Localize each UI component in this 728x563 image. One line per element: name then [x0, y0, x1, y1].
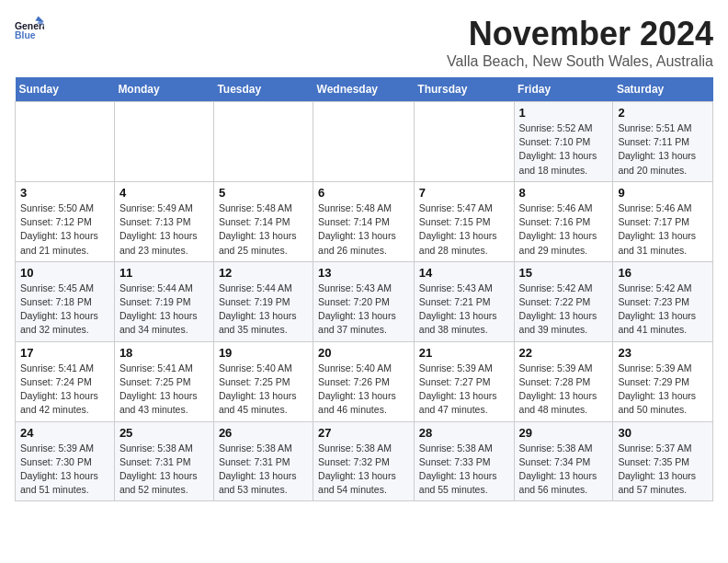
weekday-header-cell: Sunday	[16, 77, 115, 102]
day-number: 24	[20, 426, 109, 440]
calendar-cell: 6Sunrise: 5:48 AM Sunset: 7:14 PM Daylig…	[313, 181, 415, 261]
calendar-cell: 23Sunrise: 5:39 AM Sunset: 7:29 PM Dayli…	[613, 341, 713, 421]
day-info: Sunrise: 5:43 AM Sunset: 7:21 PM Dayligh…	[419, 282, 509, 338]
day-info: Sunrise: 5:38 AM Sunset: 7:31 PM Dayligh…	[119, 442, 209, 498]
day-number: 13	[318, 266, 409, 280]
calendar-cell: 27Sunrise: 5:38 AM Sunset: 7:32 PM Dayli…	[313, 421, 415, 501]
day-number: 19	[219, 346, 308, 360]
calendar-cell: 24Sunrise: 5:39 AM Sunset: 7:30 PM Dayli…	[16, 421, 115, 501]
day-number: 7	[419, 186, 509, 200]
calendar-week-row: 24Sunrise: 5:39 AM Sunset: 7:30 PM Dayli…	[16, 421, 713, 501]
calendar-cell: 13Sunrise: 5:43 AM Sunset: 7:20 PM Dayli…	[313, 261, 415, 341]
calendar-cell: 11Sunrise: 5:44 AM Sunset: 7:19 PM Dayli…	[114, 261, 213, 341]
calendar-cell: 21Sunrise: 5:39 AM Sunset: 7:27 PM Dayli…	[414, 341, 514, 421]
calendar-cell: 7Sunrise: 5:47 AM Sunset: 7:15 PM Daylig…	[414, 181, 514, 261]
calendar-body: 1Sunrise: 5:52 AM Sunset: 7:10 PM Daylig…	[16, 102, 713, 501]
day-info: Sunrise: 5:38 AM Sunset: 7:33 PM Dayligh…	[419, 442, 509, 498]
calendar-cell: 14Sunrise: 5:43 AM Sunset: 7:21 PM Dayli…	[414, 261, 514, 341]
day-info: Sunrise: 5:40 AM Sunset: 7:26 PM Dayligh…	[318, 362, 409, 418]
day-info: Sunrise: 5:46 AM Sunset: 7:17 PM Dayligh…	[618, 201, 708, 258]
day-info: Sunrise: 5:48 AM Sunset: 7:14 PM Dayligh…	[219, 201, 308, 258]
weekday-header-cell: Saturday	[613, 77, 713, 102]
calendar-cell: 20Sunrise: 5:40 AM Sunset: 7:26 PM Dayli…	[313, 341, 415, 421]
day-number: 12	[219, 266, 308, 280]
calendar-cell: 2Sunrise: 5:51 AM Sunset: 7:11 PM Daylig…	[613, 102, 713, 182]
calendar-cell: 5Sunrise: 5:48 AM Sunset: 7:14 PM Daylig…	[213, 181, 313, 261]
weekday-header-cell: Tuesday	[213, 77, 313, 102]
day-number: 21	[419, 346, 509, 360]
day-number: 25	[119, 426, 209, 440]
logo-icon: General Blue	[15, 15, 44, 40]
calendar-cell: 12Sunrise: 5:44 AM Sunset: 7:19 PM Dayli…	[213, 261, 313, 341]
day-info: Sunrise: 5:43 AM Sunset: 7:20 PM Dayligh…	[318, 282, 409, 338]
calendar-week-row: 3Sunrise: 5:50 AM Sunset: 7:12 PM Daylig…	[16, 181, 713, 261]
weekday-header-cell: Thursday	[414, 77, 514, 102]
day-info: Sunrise: 5:50 AM Sunset: 7:12 PM Dayligh…	[20, 201, 109, 258]
day-info: Sunrise: 5:42 AM Sunset: 7:23 PM Dayligh…	[618, 282, 708, 338]
day-info: Sunrise: 5:39 AM Sunset: 7:29 PM Dayligh…	[618, 362, 708, 418]
day-info: Sunrise: 5:52 AM Sunset: 7:10 PM Dayligh…	[519, 121, 609, 178]
calendar-cell: 30Sunrise: 5:37 AM Sunset: 7:35 PM Dayli…	[613, 421, 713, 501]
day-number: 14	[419, 266, 509, 280]
calendar-cell: 16Sunrise: 5:42 AM Sunset: 7:23 PM Dayli…	[613, 261, 713, 341]
day-info: Sunrise: 5:49 AM Sunset: 7:13 PM Dayligh…	[119, 201, 209, 258]
day-number: 20	[318, 346, 409, 360]
day-number: 29	[519, 426, 609, 440]
calendar-cell	[414, 102, 514, 182]
calendar-cell: 29Sunrise: 5:38 AM Sunset: 7:34 PM Dayli…	[514, 421, 613, 501]
logo: General Blue	[15, 15, 44, 40]
weekday-header-cell: Monday	[114, 77, 213, 102]
calendar-week-row: 17Sunrise: 5:41 AM Sunset: 7:24 PM Dayli…	[16, 341, 713, 421]
calendar-cell: 8Sunrise: 5:46 AM Sunset: 7:16 PM Daylig…	[514, 181, 613, 261]
header: General Blue November 2024 Valla Beach, …	[15, 15, 713, 70]
svg-text:Blue: Blue	[15, 30, 36, 40]
day-number: 4	[119, 186, 209, 200]
calendar-cell: 17Sunrise: 5:41 AM Sunset: 7:24 PM Dayli…	[16, 341, 115, 421]
calendar-cell: 28Sunrise: 5:38 AM Sunset: 7:33 PM Dayli…	[414, 421, 514, 501]
calendar-cell: 25Sunrise: 5:38 AM Sunset: 7:31 PM Dayli…	[114, 421, 213, 501]
weekday-header-row: SundayMondayTuesdayWednesdayThursdayFrid…	[16, 77, 713, 102]
calendar-cell: 1Sunrise: 5:52 AM Sunset: 7:10 PM Daylig…	[514, 102, 613, 182]
day-info: Sunrise: 5:44 AM Sunset: 7:19 PM Dayligh…	[119, 282, 209, 338]
day-number: 30	[618, 426, 708, 440]
calendar-cell: 18Sunrise: 5:41 AM Sunset: 7:25 PM Dayli…	[114, 341, 213, 421]
day-info: Sunrise: 5:40 AM Sunset: 7:25 PM Dayligh…	[219, 362, 308, 418]
calendar-cell: 9Sunrise: 5:46 AM Sunset: 7:17 PM Daylig…	[613, 181, 713, 261]
location-title: Valla Beach, New South Wales, Australia	[447, 53, 713, 70]
calendar-cell: 4Sunrise: 5:49 AM Sunset: 7:13 PM Daylig…	[114, 181, 213, 261]
calendar-cell: 26Sunrise: 5:38 AM Sunset: 7:31 PM Dayli…	[213, 421, 313, 501]
day-number: 15	[519, 266, 609, 280]
calendar-cell: 3Sunrise: 5:50 AM Sunset: 7:12 PM Daylig…	[16, 181, 115, 261]
day-number: 23	[618, 346, 708, 360]
day-number: 2	[618, 106, 708, 120]
day-info: Sunrise: 5:42 AM Sunset: 7:22 PM Dayligh…	[519, 282, 609, 338]
day-number: 28	[419, 426, 509, 440]
title-block: November 2024 Valla Beach, New South Wal…	[447, 15, 713, 70]
day-number: 16	[618, 266, 708, 280]
day-number: 3	[20, 186, 109, 200]
calendar-cell: 19Sunrise: 5:40 AM Sunset: 7:25 PM Dayli…	[213, 341, 313, 421]
calendar-cell	[16, 102, 115, 182]
day-info: Sunrise: 5:39 AM Sunset: 7:27 PM Dayligh…	[419, 362, 509, 418]
day-number: 6	[318, 186, 409, 200]
day-number: 5	[219, 186, 308, 200]
day-number: 1	[519, 106, 609, 120]
weekday-header-cell: Wednesday	[313, 77, 415, 102]
day-number: 8	[519, 186, 609, 200]
calendar-cell: 22Sunrise: 5:39 AM Sunset: 7:28 PM Dayli…	[514, 341, 613, 421]
day-number: 11	[119, 266, 209, 280]
day-info: Sunrise: 5:38 AM Sunset: 7:34 PM Dayligh…	[519, 442, 609, 498]
day-number: 22	[519, 346, 609, 360]
day-info: Sunrise: 5:51 AM Sunset: 7:11 PM Dayligh…	[618, 121, 708, 178]
day-info: Sunrise: 5:45 AM Sunset: 7:18 PM Dayligh…	[20, 282, 109, 338]
calendar-cell	[313, 102, 415, 182]
day-info: Sunrise: 5:37 AM Sunset: 7:35 PM Dayligh…	[618, 442, 708, 498]
day-info: Sunrise: 5:41 AM Sunset: 7:25 PM Dayligh…	[119, 362, 209, 418]
day-info: Sunrise: 5:44 AM Sunset: 7:19 PM Dayligh…	[219, 282, 308, 338]
day-info: Sunrise: 5:38 AM Sunset: 7:31 PM Dayligh…	[219, 442, 308, 498]
day-info: Sunrise: 5:47 AM Sunset: 7:15 PM Dayligh…	[419, 201, 509, 258]
day-info: Sunrise: 5:39 AM Sunset: 7:28 PM Dayligh…	[519, 362, 609, 418]
day-number: 17	[20, 346, 109, 360]
day-number: 10	[20, 266, 109, 280]
calendar-cell	[114, 102, 213, 182]
